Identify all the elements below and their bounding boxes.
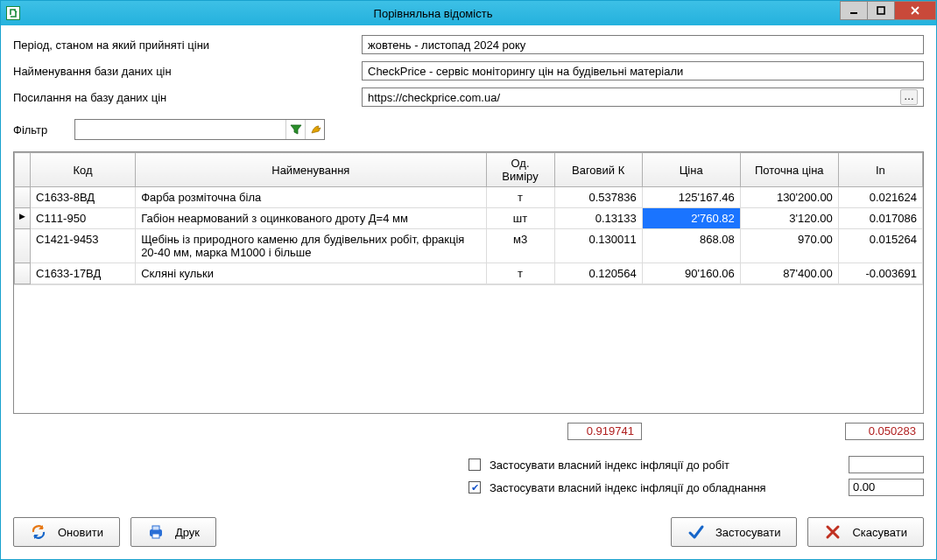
app-icon bbox=[6, 6, 20, 20]
cell-cprice[interactable]: 87'400.00 bbox=[740, 263, 838, 284]
col-code[interactable]: Код bbox=[31, 153, 136, 187]
footer: Оновити Друк Застосувати Скасувати bbox=[1, 508, 936, 559]
dblink-browse-button[interactable]: … bbox=[900, 89, 918, 105]
col-unit[interactable]: Од. Виміру bbox=[486, 153, 554, 187]
option-works-checkbox[interactable] bbox=[468, 458, 481, 471]
maximize-button[interactable] bbox=[867, 1, 895, 20]
filter-label: Фільтр bbox=[13, 123, 66, 136]
period-field[interactable]: жовтень - листопад 2024 року bbox=[362, 35, 924, 54]
dblink-label: Посилання на базу даних цін bbox=[13, 91, 355, 104]
cell-unit[interactable]: м3 bbox=[486, 229, 554, 263]
cell-wk[interactable]: 0.13133 bbox=[554, 208, 642, 229]
window: Порівняльна відомість Період, станом на … bbox=[0, 0, 937, 560]
titlebar: Порівняльна відомість bbox=[1, 1, 936, 25]
cell-cprice[interactable]: 3'120.00 bbox=[740, 208, 838, 229]
col-wk[interactable]: Ваговий К bbox=[554, 153, 642, 187]
cell-in[interactable]: 0.017086 bbox=[838, 208, 922, 229]
grid-empty-area bbox=[14, 284, 923, 413]
cell-code[interactable]: С111-950 bbox=[31, 208, 136, 229]
option-works-label: Застосувати власний індекс інфляції до р… bbox=[490, 458, 840, 472]
cancel-label: Скасувати bbox=[852, 526, 907, 539]
cell-name[interactable]: Габіон неармований з оцинкованого дроту … bbox=[136, 208, 486, 229]
filter-input[interactable] bbox=[75, 121, 285, 138]
cell-wk[interactable]: 0.130011 bbox=[554, 229, 642, 263]
col-price[interactable]: Ціна bbox=[642, 153, 740, 187]
window-title: Порівняльна відомість bbox=[25, 7, 841, 20]
close-button[interactable] bbox=[894, 1, 936, 20]
cell-cprice[interactable]: 970.00 bbox=[740, 229, 838, 263]
dbname-field[interactable]: CheckPrice - сервіс моніторингу цін на б… bbox=[362, 61, 924, 80]
dbname-label: Найменування бази даних цін bbox=[13, 65, 355, 78]
minimize-button[interactable] bbox=[840, 1, 868, 20]
cell-price[interactable]: 868.08 bbox=[642, 229, 740, 263]
grid-table[interactable]: Код Найменування Од. Виміру Ваговий К Ці… bbox=[14, 152, 923, 284]
cell-price[interactable]: 2'760.82 bbox=[642, 208, 740, 229]
refresh-label: Оновити bbox=[58, 526, 103, 539]
period-value: жовтень - листопад 2024 року bbox=[368, 38, 525, 52]
refresh-button[interactable]: Оновити bbox=[13, 517, 120, 547]
totals-row: 0.919741 0.050283 bbox=[13, 423, 924, 442]
cell-unit[interactable]: т bbox=[486, 263, 554, 284]
dblink-field[interactable]: https://checkprice.com.ua/ … bbox=[362, 88, 924, 107]
cell-cprice[interactable]: 130'200.00 bbox=[740, 187, 838, 208]
totals-in: 0.050283 bbox=[845, 423, 924, 440]
table-row[interactable]: С1421-9453Щебінь із природного каменю дл… bbox=[15, 229, 923, 263]
print-button[interactable]: Друк bbox=[130, 517, 216, 547]
dbname-value: CheckPrice - сервіс моніторингу цін на б… bbox=[368, 65, 683, 78]
option-equip-row: ✔ Застосувати власний індекс інфляції до… bbox=[468, 479, 924, 496]
option-works-value[interactable] bbox=[849, 456, 924, 473]
apply-label: Застосувати bbox=[715, 526, 781, 539]
cell-unit[interactable]: шт bbox=[486, 208, 554, 229]
print-icon bbox=[147, 523, 165, 541]
dblink-value: https://checkprice.com.ua/ bbox=[368, 91, 500, 104]
check-icon bbox=[687, 523, 705, 541]
cell-code[interactable]: С1421-9453 bbox=[31, 229, 136, 263]
cell-name[interactable]: Фарба розміточна біла bbox=[136, 187, 486, 208]
cell-unit[interactable]: т bbox=[486, 187, 554, 208]
filter-box bbox=[74, 119, 325, 140]
cell-code[interactable]: С1633-17ВД bbox=[31, 263, 136, 284]
cell-code[interactable]: С1633-8ВД bbox=[31, 187, 136, 208]
row-indicator: ▶ bbox=[15, 208, 31, 229]
cell-name[interactable]: Скляні кульки bbox=[136, 263, 486, 284]
apply-button[interactable]: Застосувати bbox=[671, 517, 798, 547]
cell-price[interactable]: 90'160.06 bbox=[642, 263, 740, 284]
cell-in[interactable]: -0.003691 bbox=[838, 263, 922, 284]
svg-rect-4 bbox=[152, 534, 159, 538]
row-indicator bbox=[15, 263, 31, 284]
cell-in[interactable]: 0.021624 bbox=[838, 187, 922, 208]
option-equip-value[interactable]: 0.00 bbox=[849, 479, 924, 496]
table-row[interactable]: С1633-8ВДФарба розміточна білат0.5378361… bbox=[15, 187, 923, 208]
window-buttons bbox=[841, 1, 936, 25]
cell-price[interactable]: 125'167.46 bbox=[642, 187, 740, 208]
period-label: Період, станом на який прийняті ціни bbox=[13, 38, 355, 52]
col-in[interactable]: In bbox=[838, 153, 922, 187]
dbname-row: Найменування бази даних цін CheckPrice -… bbox=[13, 60, 924, 81]
cell-wk[interactable]: 0.120564 bbox=[554, 263, 642, 284]
period-row: Період, станом на який прийняті ціни жов… bbox=[13, 34, 924, 55]
client-area: Період, станом на який прийняті ціни жов… bbox=[1, 25, 936, 508]
grid-header-row: Код Найменування Од. Виміру Ваговий К Ці… bbox=[15, 153, 923, 187]
cell-name[interactable]: Щебінь із природного каменю для будівель… bbox=[136, 229, 486, 263]
option-equip-checkbox[interactable]: ✔ bbox=[468, 481, 481, 494]
table-row[interactable]: С1633-17ВДСкляні кулькит0.12056490'160.0… bbox=[15, 263, 923, 284]
filter-row: Фільтр bbox=[13, 118, 924, 141]
option-works-row: Застосувати власний індекс інфляції до р… bbox=[468, 456, 924, 473]
row-indicator bbox=[15, 229, 31, 263]
option-equip-label: Застосувати власний індекс інфляції до о… bbox=[490, 481, 840, 494]
print-label: Друк bbox=[175, 526, 200, 539]
svg-rect-1 bbox=[877, 7, 884, 14]
col-name[interactable]: Найменування bbox=[136, 153, 486, 187]
svg-rect-3 bbox=[152, 526, 159, 530]
cell-in[interactable]: 0.015264 bbox=[838, 229, 922, 263]
table-row[interactable]: ▶С111-950Габіон неармований з оцинковано… bbox=[15, 208, 923, 229]
grid: Код Найменування Од. Виміру Ваговий К Ці… bbox=[13, 151, 924, 414]
svg-rect-0 bbox=[850, 12, 857, 14]
cell-wk[interactable]: 0.537836 bbox=[554, 187, 642, 208]
cancel-icon bbox=[824, 523, 842, 541]
cancel-button[interactable]: Скасувати bbox=[807, 517, 924, 547]
filter-clear-icon[interactable] bbox=[305, 120, 324, 139]
dblink-row: Посилання на базу даних цін https://chec… bbox=[13, 87, 924, 108]
col-cprice[interactable]: Поточна ціна bbox=[740, 153, 838, 187]
filter-apply-icon[interactable] bbox=[285, 120, 305, 139]
